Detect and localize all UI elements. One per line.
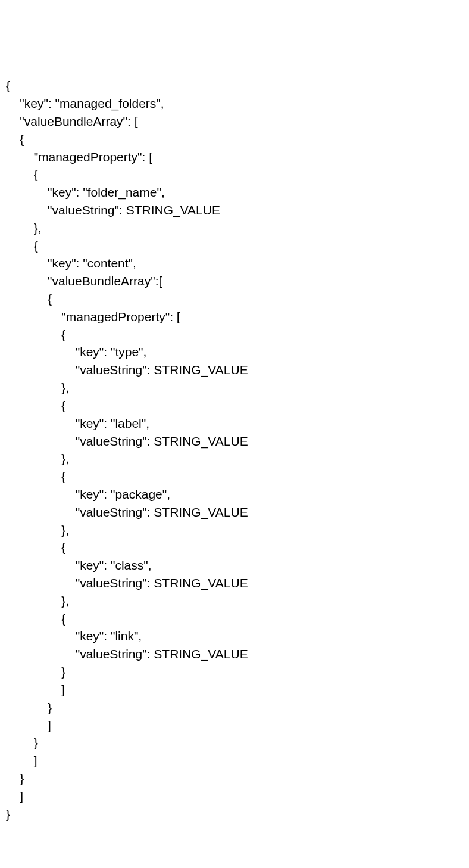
- code-line: "key": "managed_folders",: [6, 97, 164, 110]
- code-line: }: [6, 736, 38, 749]
- code-line: {: [6, 540, 65, 554]
- code-line: "valueString": STRING_VALUE: [6, 505, 248, 519]
- code-line: "managedProperty": [: [6, 310, 180, 323]
- code-line: "key": "folder_name",: [6, 185, 165, 199]
- code-line: },: [6, 452, 69, 465]
- code-line: "valueString": STRING_VALUE: [6, 203, 220, 217]
- code-line: {: [6, 399, 65, 412]
- code-line: ]: [6, 683, 65, 696]
- code-line: "key": "label",: [6, 416, 149, 430]
- code-line: "key": "package",: [6, 487, 170, 501]
- code-line: {: [6, 328, 65, 341]
- code-line: {: [6, 132, 24, 146]
- code-line: },: [6, 381, 69, 394]
- code-line: {: [6, 239, 38, 253]
- code-line: ]: [6, 718, 51, 732]
- code-line: ]: [6, 754, 37, 767]
- code-line: }: [6, 665, 65, 679]
- code-line: },: [6, 594, 69, 608]
- code-line: "key": "class",: [6, 558, 152, 572]
- code-line: {: [6, 469, 65, 483]
- code-line: "valueString": STRING_VALUE: [6, 576, 248, 590]
- code-line: },: [6, 523, 69, 537]
- code-line: {: [6, 167, 38, 181]
- code-line: }: [6, 771, 24, 785]
- code-line: {: [6, 79, 10, 92]
- code-line: "valueBundleArray": [: [6, 114, 138, 128]
- code-line: "managedProperty": [: [6, 150, 152, 164]
- code-line: "valueString": STRING_VALUE: [6, 363, 248, 377]
- code-block: { "key": "managed_folders", "valueBundle…: [6, 77, 463, 823]
- code-line: {: [6, 292, 52, 306]
- code-line: "valueBundleArray":[: [6, 274, 162, 288]
- code-line: {: [6, 612, 65, 626]
- code-line: ]: [6, 789, 23, 803]
- code-line: "key": "link",: [6, 629, 142, 643]
- code-line: }: [6, 807, 10, 821]
- code-line: },: [6, 221, 42, 235]
- code-line: "valueString": STRING_VALUE: [6, 647, 248, 661]
- code-line: "key": "type",: [6, 345, 146, 359]
- code-line: "valueString": STRING_VALUE: [6, 434, 248, 448]
- code-line: }: [6, 701, 52, 714]
- code-line: "key": "content",: [6, 256, 136, 270]
